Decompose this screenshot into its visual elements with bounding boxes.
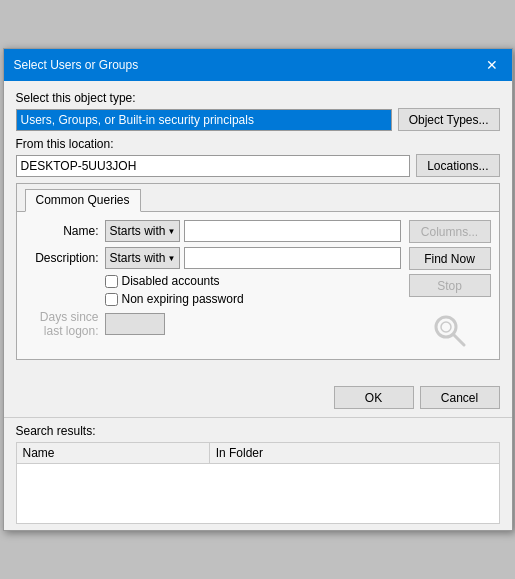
object-types-button[interactable]: Object Types... xyxy=(398,108,500,131)
location-row: Locations... xyxy=(16,154,500,177)
queries-inner: Name: Starts with ▼ Description: Starts … xyxy=(25,220,401,342)
search-icon-area xyxy=(409,311,491,351)
disabled-accounts-label: Disabled accounts xyxy=(122,274,220,288)
non-expiring-password-checkbox[interactable] xyxy=(105,293,118,306)
find-now-button[interactable]: Find Now xyxy=(409,247,491,270)
table-row xyxy=(16,464,499,524)
name-input[interactable] xyxy=(184,220,400,242)
desc-starts-with-text: Starts with xyxy=(110,251,166,265)
name-label: Name: xyxy=(25,224,105,238)
locations-button[interactable]: Locations... xyxy=(416,154,499,177)
disabled-accounts-checkbox[interactable] xyxy=(105,275,118,288)
name-starts-with-text: Starts with xyxy=(110,224,166,238)
tab-common-queries[interactable]: Common Queries xyxy=(25,189,141,212)
select-users-dialog: Select Users or Groups ✕ Select this obj… xyxy=(3,48,513,531)
search-results-section: Search results: Name In Folder xyxy=(4,417,512,530)
days-since-logon-row: Days since last logon: xyxy=(25,310,401,338)
search-results-label: Search results: xyxy=(16,424,500,438)
days-input[interactable] xyxy=(105,313,165,335)
right-buttons: Columns... Find Now Stop xyxy=(409,220,491,351)
tab-header: Common Queries xyxy=(17,184,499,212)
columns-button[interactable]: Columns... xyxy=(409,220,491,243)
description-label: Description: xyxy=(25,251,105,265)
days-label: Days since last logon: xyxy=(25,310,105,338)
col-header-name: Name xyxy=(16,443,209,464)
non-expiring-password-label: Non expiring password xyxy=(122,292,244,306)
location-label: From this location: xyxy=(16,137,500,151)
object-type-input[interactable] xyxy=(16,109,392,131)
description-input[interactable] xyxy=(184,247,400,269)
name-dropdown-arrow: ▼ xyxy=(168,227,176,236)
non-expiring-password-row: Non expiring password xyxy=(105,292,401,306)
title-bar: Select Users or Groups ✕ xyxy=(4,49,512,81)
dialog-body: Select this object type: Object Types...… xyxy=(4,81,512,378)
queries-main-area: Name: Starts with ▼ Description: Starts … xyxy=(25,220,491,351)
ok-button[interactable]: OK xyxy=(334,386,414,409)
common-queries-box: Common Queries Name: Starts with ▼ xyxy=(16,183,500,360)
desc-starts-with-dropdown[interactable]: Starts with ▼ xyxy=(105,247,181,269)
close-button[interactable]: ✕ xyxy=(482,55,502,75)
disabled-accounts-row: Disabled accounts xyxy=(105,274,401,288)
object-type-row: Object Types... xyxy=(16,108,500,131)
stop-button[interactable]: Stop xyxy=(409,274,491,297)
results-table: Name In Folder xyxy=(16,442,500,524)
cancel-button[interactable]: Cancel xyxy=(420,386,500,409)
svg-line-1 xyxy=(453,334,464,345)
dialog-title: Select Users or Groups xyxy=(14,58,139,72)
name-row: Name: Starts with ▼ xyxy=(25,220,401,242)
location-input[interactable] xyxy=(16,155,411,177)
object-type-label: Select this object type: xyxy=(16,91,500,105)
name-starts-with-dropdown[interactable]: Starts with ▼ xyxy=(105,220,181,242)
desc-dropdown-arrow: ▼ xyxy=(168,254,176,263)
svg-point-2 xyxy=(441,322,451,332)
col-header-folder: In Folder xyxy=(209,443,499,464)
search-decorative-icon xyxy=(430,311,470,351)
description-row: Description: Starts with ▼ xyxy=(25,247,401,269)
ok-cancel-row: OK Cancel xyxy=(4,378,512,417)
